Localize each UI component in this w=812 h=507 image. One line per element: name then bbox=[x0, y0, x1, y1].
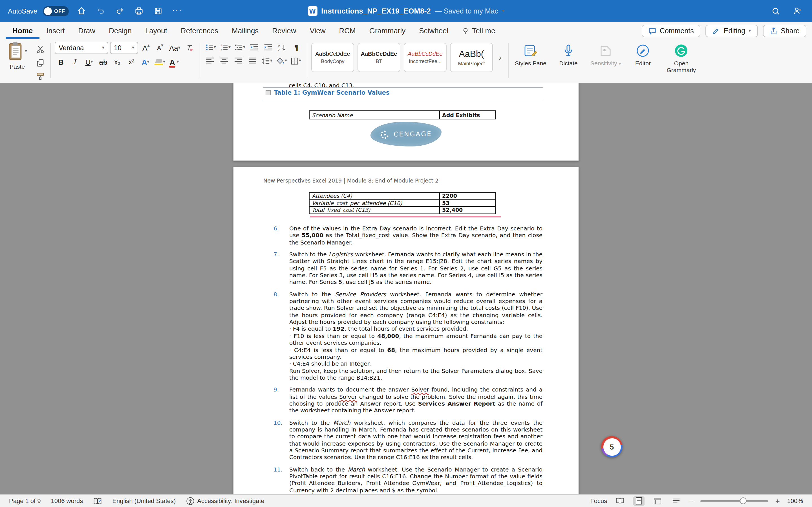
tab-layout[interactable]: Layout bbox=[139, 24, 174, 39]
editor-button[interactable]: Editor bbox=[627, 42, 659, 68]
tab-sciwheel[interactable]: Sciwheel bbox=[412, 24, 455, 39]
home-button[interactable] bbox=[74, 4, 88, 18]
tab-references[interactable]: References bbox=[174, 24, 225, 39]
underline-button[interactable]: U▾ bbox=[83, 56, 95, 68]
print-layout-button[interactable] bbox=[633, 496, 644, 506]
grow-font-button[interactable]: A▴ bbox=[140, 42, 152, 54]
align-center-button[interactable] bbox=[218, 55, 231, 66]
tab-design[interactable]: Design bbox=[102, 24, 139, 39]
print-button[interactable] bbox=[132, 4, 146, 18]
grammarly-suggestions-badge[interactable]: 5 bbox=[601, 436, 622, 457]
zoom-slider-thumb[interactable] bbox=[740, 497, 747, 504]
page-1[interactable]: cells C4, C10, and C13. Table 1: GymWear… bbox=[234, 83, 578, 161]
tab-mailings[interactable]: Mailings bbox=[225, 24, 265, 39]
shading-button[interactable]: ▾ bbox=[275, 55, 288, 66]
tab-view[interactable]: View bbox=[303, 24, 333, 39]
numbering-button[interactable]: 12 ▾ bbox=[219, 42, 232, 53]
read-mode-button[interactable] bbox=[614, 496, 626, 506]
font-size-select[interactable]: 10▾ bbox=[110, 42, 138, 54]
increase-indent-button[interactable] bbox=[262, 42, 274, 53]
chevron-down-icon: ▾ bbox=[270, 59, 272, 63]
web-layout-button[interactable] bbox=[652, 496, 663, 506]
draft-view-button[interactable] bbox=[670, 496, 681, 506]
styles-gallery-more-button[interactable]: › bbox=[496, 43, 504, 72]
tab-rcm[interactable]: RCM bbox=[333, 24, 363, 39]
focus-mode-button[interactable]: Focus bbox=[590, 497, 607, 504]
scissors-icon bbox=[36, 45, 44, 53]
language-indicator[interactable]: English (United States) bbox=[112, 497, 175, 504]
change-case-button[interactable]: Aa▾ bbox=[168, 42, 182, 54]
show-paragraph-marks-button[interactable]: ¶ bbox=[290, 42, 303, 53]
align-right-button[interactable] bbox=[232, 55, 245, 66]
tab-draw[interactable]: Draw bbox=[71, 24, 102, 39]
decrease-indent-button[interactable] bbox=[248, 42, 260, 53]
style-bt[interactable]: AaBbCcDdEe BT bbox=[357, 43, 400, 72]
zoom-level[interactable]: 100% bbox=[787, 497, 803, 504]
more-commands-button[interactable]: ··· bbox=[170, 4, 184, 18]
table-cell: 52,400 bbox=[440, 207, 495, 214]
cut-button[interactable] bbox=[34, 43, 46, 55]
font-name-select[interactable]: Verdana▾ bbox=[55, 42, 108, 54]
document-canvas[interactable]: cells C4, C10, and C13. Table 1: GymWear… bbox=[0, 83, 812, 494]
subscript-button[interactable]: x₂ bbox=[111, 56, 123, 68]
save-button[interactable] bbox=[151, 4, 165, 18]
tab-grammarly[interactable]: Grammarly bbox=[363, 24, 412, 39]
redo-button[interactable] bbox=[113, 4, 126, 18]
proofing-status[interactable] bbox=[93, 497, 102, 505]
zoom-slider[interactable] bbox=[701, 500, 768, 502]
page-2[interactable]: New Perspectives Excel 2019 | Module 8: … bbox=[234, 167, 578, 494]
accessibility-status[interactable]: Accessibility: Investigate bbox=[186, 497, 264, 505]
copy-button[interactable] bbox=[34, 57, 46, 68]
highlight-button[interactable]: ▾ bbox=[153, 56, 166, 68]
dictate-button[interactable]: Dictate bbox=[553, 42, 584, 68]
page-indicator[interactable]: Page 1 of 9 bbox=[9, 497, 41, 504]
italic-button[interactable]: I bbox=[69, 56, 81, 68]
text-effects-button[interactable]: A▾ bbox=[139, 56, 152, 68]
editing-mode-button[interactable]: Editing ▾ bbox=[706, 25, 758, 37]
zoom-in-button[interactable]: + bbox=[776, 497, 780, 505]
bold-button[interactable]: B bbox=[55, 56, 67, 68]
paste-button[interactable]: ▾ Paste bbox=[4, 42, 30, 70]
tab-insert[interactable]: Insert bbox=[40, 24, 71, 39]
word-count[interactable]: 1006 words bbox=[51, 497, 83, 504]
tab-home[interactable]: Home bbox=[6, 24, 40, 39]
styles-pane-button[interactable]: Styles Pane bbox=[513, 42, 549, 68]
share-presence-button[interactable] bbox=[791, 4, 804, 18]
format-painter-button[interactable] bbox=[34, 70, 46, 82]
page-header: New Perspectives Excel 2019 | Module 8: … bbox=[263, 177, 439, 184]
sensitivity-button[interactable]: Sensitivity ▾ bbox=[588, 42, 623, 68]
line-spacing-button[interactable]: ▾ bbox=[260, 55, 273, 66]
chevron-down-icon: ▾ bbox=[299, 59, 301, 63]
style-incorrectfee[interactable]: AaBbCcDdEe IncorrectFee... bbox=[404, 43, 447, 72]
grammarly-icon bbox=[674, 43, 689, 58]
search-button[interactable] bbox=[769, 4, 783, 18]
align-left-button[interactable] bbox=[204, 55, 216, 66]
table-cell: 2200 bbox=[440, 192, 495, 200]
caption-anchor-icon bbox=[266, 90, 271, 95]
tab-review[interactable]: Review bbox=[265, 24, 303, 39]
superscript-button[interactable]: x² bbox=[125, 56, 138, 68]
share-button[interactable]: Share bbox=[763, 25, 806, 37]
list-item-7: 7. Switch to the Logistics worksheet. Fe… bbox=[273, 251, 543, 286]
saved-status[interactable]: — Saved to my Mac bbox=[435, 7, 498, 15]
style-mainproject[interactable]: AaBb( MainProject bbox=[450, 43, 493, 72]
item-number: 10. bbox=[273, 419, 289, 461]
borders-button[interactable]: ▾ bbox=[290, 55, 302, 66]
comments-button[interactable]: Comments bbox=[642, 25, 701, 37]
justify-button[interactable] bbox=[246, 55, 259, 66]
lightbulb-icon bbox=[462, 27, 469, 34]
undo-button[interactable] bbox=[94, 4, 107, 18]
style-bodycopy[interactable]: AaBbCcDdEe BodyCopy bbox=[311, 43, 354, 72]
shrink-font-button[interactable]: A▾ bbox=[154, 42, 166, 54]
open-grammarly-button[interactable]: Open Grammarly bbox=[663, 42, 700, 75]
autosave-label: AutoSave bbox=[8, 7, 37, 15]
sort-button[interactable]: AZ bbox=[276, 42, 289, 53]
autosave-toggle[interactable]: OFF bbox=[43, 6, 69, 16]
tab-tell-me[interactable]: Tell me bbox=[455, 24, 502, 39]
bullets-button[interactable]: ▾ bbox=[204, 42, 217, 53]
clear-formatting-button[interactable] bbox=[183, 42, 196, 54]
strikethrough-button[interactable]: ab bbox=[97, 56, 109, 68]
font-color-button[interactable]: A ▾ bbox=[168, 56, 181, 68]
zoom-out-button[interactable]: − bbox=[689, 497, 693, 505]
multilevel-list-button[interactable]: ▾ bbox=[234, 42, 246, 53]
